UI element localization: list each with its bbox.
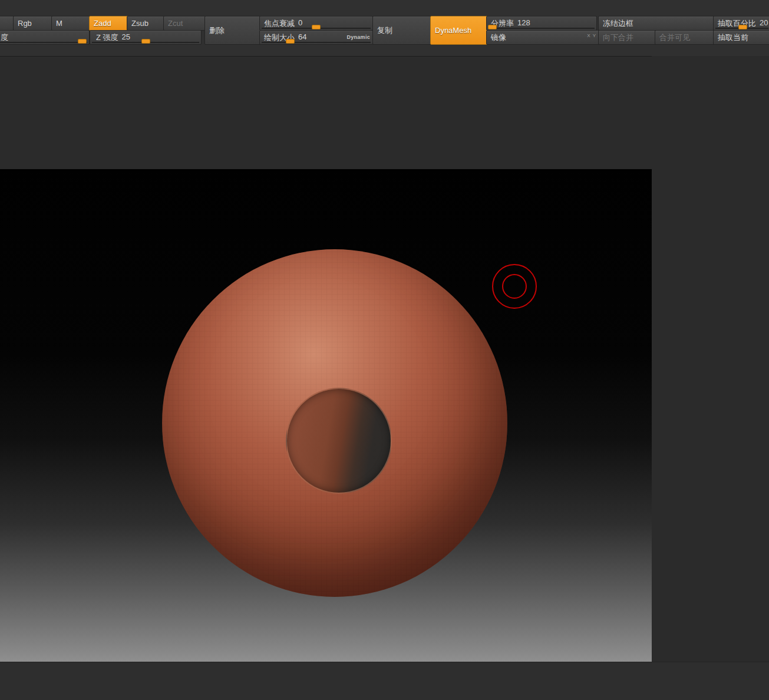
slider-handle[interactable] <box>286 39 295 44</box>
decimate-current-button[interactable]: 抽取当前 <box>713 30 769 45</box>
slider-track <box>489 28 595 29</box>
m-label: M <box>56 19 62 28</box>
dynamesh-label: DynaMesh <box>435 26 471 35</box>
slider-handle[interactable] <box>738 25 747 29</box>
brush-cursor-outer <box>492 264 537 309</box>
resolution-slider[interactable]: 分辨率 128 <box>486 16 597 31</box>
slider-track <box>0 42 87 43</box>
z-intensity-slider[interactable]: Z 强度 25 <box>90 30 202 45</box>
merge-down-label: 向下合并 <box>603 32 633 43</box>
zsub-label: Zsub <box>131 19 148 28</box>
dynamic-label: Dynamic <box>346 34 370 40</box>
freeze-border-button[interactable]: 冻结边框 <box>598 16 720 31</box>
brush-cursor-inner <box>502 274 527 299</box>
dynamesh-button[interactable]: DynaMesh <box>430 16 493 45</box>
decimate-percent-slider[interactable]: 抽取百分比 20 <box>713 16 769 31</box>
delete-label: 删除 <box>209 25 225 36</box>
delete-button[interactable]: 删除 <box>204 16 266 45</box>
merge-visible-button[interactable]: 合并可见 <box>655 30 720 45</box>
copy-button[interactable]: 复制 <box>372 16 438 45</box>
merge-down-button[interactable]: 向下合并 <box>598 30 662 45</box>
slider-handle[interactable] <box>488 25 497 29</box>
top-toolbar: Rgb M Zadd Zsub Zcut 删除 焦点衰减 0 <box>0 0 769 57</box>
sphere-hole <box>286 388 392 494</box>
slider-handle[interactable] <box>141 39 150 44</box>
zadd-label: Zadd <box>94 19 111 28</box>
rgb-label: Rgb <box>18 19 32 28</box>
zcut-label: Zcut <box>168 19 183 28</box>
slider-handle[interactable] <box>312 25 321 29</box>
merge-visible-label: 合并可见 <box>659 32 690 43</box>
intensity-slider-partial[interactable]: 度 <box>0 30 90 45</box>
freeze-border-label: 冻结边框 <box>603 18 633 29</box>
viewport-canvas[interactable] <box>0 169 652 662</box>
copy-label: 复制 <box>377 25 392 36</box>
bottom-bar <box>0 662 769 700</box>
zcut-button[interactable]: Zcut <box>163 16 209 31</box>
mirror-label: 镜像 <box>491 32 506 43</box>
slider-track <box>262 42 371 43</box>
mirror-button[interactable]: 镜像 X Y Z <box>486 30 605 45</box>
right-panel-area <box>652 56 769 662</box>
slider-handle[interactable] <box>78 39 87 44</box>
zbrush-app: Rgb M Zadd Zsub Zcut 删除 焦点衰减 0 <box>0 0 769 700</box>
draw-size-slider[interactable]: 绘制大小 64 Dynamic <box>259 30 373 45</box>
focal-shift-slider[interactable]: 焦点衰减 0 <box>259 16 373 31</box>
decimate-current-label: 抽取当前 <box>718 32 748 43</box>
dynamesh-sphere[interactable] <box>162 249 507 597</box>
